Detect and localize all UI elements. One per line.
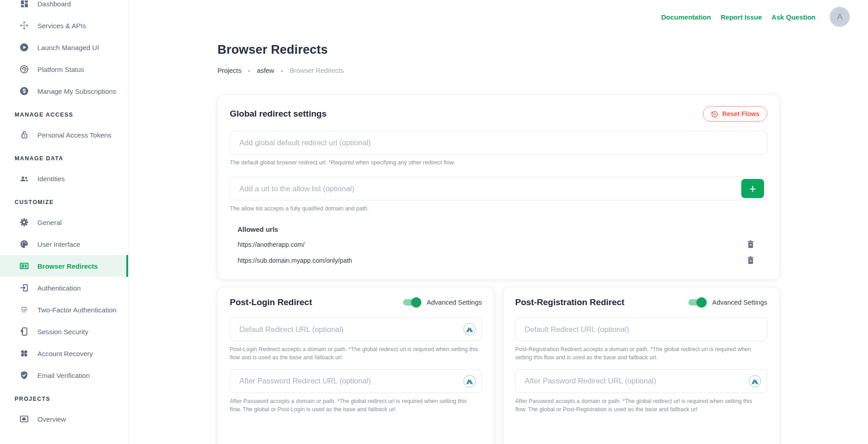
post-login-header: Post-Login Redirect Advanced Settings (230, 297, 482, 307)
allowed-url-row: https://anotherapp.com/ (238, 240, 767, 249)
advanced-settings-toggle[interactable] (402, 297, 421, 307)
sidebar-item-identities[interactable]: Identities (0, 168, 128, 189)
sidebar-item-overview[interactable]: Overview (0, 408, 128, 430)
delete-url-button[interactable] (746, 256, 754, 265)
advanced-settings-toggle[interactable] (687, 297, 707, 307)
sidebar-item-services-apis[interactable]: Services & APIs (0, 15, 128, 36)
toggle-knob (411, 297, 421, 307)
global-default-url-field (230, 131, 767, 154)
sidebar-item-label: Dashboard (37, 0, 71, 8)
reset-flows-button[interactable]: Reset Flows (703, 106, 767, 122)
sidebar-item-label: Identities (37, 175, 65, 183)
reset-flows-label: Reset Flows (722, 110, 760, 117)
play-circle-icon (20, 43, 29, 52)
post-login-after-password-field (230, 369, 482, 393)
post-login-after-password-input[interactable] (230, 369, 482, 393)
palette-icon (20, 240, 29, 249)
allowed-url-text: https://sub.domain.myapp.com/only/path (238, 257, 352, 264)
post-registration-header: Post-Registration Redirect Advanced Sett… (515, 297, 767, 307)
sidebar-item-label: Authentication (37, 284, 81, 292)
sidebar-item-label: Manage My Subscriptions (37, 87, 116, 95)
sidebar-section-projects: PROJECTS (0, 386, 128, 408)
sidebar-item-personal-access-tokens[interactable]: Personal Access Tokens (0, 124, 128, 146)
sidebar-item-browser-redirects[interactable]: Browser Redirects (0, 255, 128, 277)
post-registration-default-field (515, 317, 767, 341)
breadcrumb-projects[interactable]: Projects (217, 67, 241, 74)
phone-lock-icon (20, 327, 29, 336)
sidebar-item-label: Account Recovery (37, 350, 93, 357)
dashboard-icon (20, 0, 29, 8)
post-login-default-field (230, 317, 482, 341)
sidebar-item-label: Email Verification (37, 372, 90, 379)
allow-list-help: The allow list accepts a fully qualified… (230, 204, 767, 213)
advanced-settings-label: Advanced Settings (427, 299, 482, 306)
allow-list-field: + (230, 177, 767, 200)
history-icon (711, 110, 718, 118)
post-registration-default-help: Post-Registration Redirect accepts a dom… (515, 345, 764, 362)
sidebar-item-launch-managed-ui[interactable]: Launch Managed UI (0, 36, 128, 58)
breadcrumb-separator: ● (248, 68, 250, 73)
shield-check-icon (20, 371, 29, 380)
sidebar-item-label: Overview (37, 415, 66, 423)
main-content: Browser Redirects Projects ● asfew ● Bro… (217, 0, 780, 444)
exit-to-app-icon (20, 283, 29, 292)
dynamic-value-mountain-icon[interactable] (463, 323, 476, 336)
post-registration-default-url-input[interactable] (515, 317, 767, 341)
dynamic-value-mountain-icon[interactable] (749, 375, 761, 388)
breadcrumb-project-name[interactable]: asfew (257, 67, 274, 74)
post-login-default-url-input[interactable] (230, 317, 482, 341)
fingerprint-icon (20, 305, 29, 314)
allow-list-url-input[interactable] (230, 177, 767, 200)
dynamic-value-mountain-icon[interactable] (463, 375, 476, 388)
sidebar-item-label: Session Security (37, 328, 88, 336)
avatar[interactable]: A (830, 7, 850, 27)
status-radar-icon (20, 65, 29, 74)
sidebar-item-label: Personal Access Tokens (37, 131, 111, 139)
advanced-settings-label: Advanced Settings (712, 299, 767, 306)
sidebar-item-label: Launch Managed UI (37, 44, 99, 51)
svg-text:$: $ (23, 88, 26, 94)
sidebar-item-two-factor[interactable]: Two-Factor Authentication (0, 299, 128, 321)
sidebar: Dashboard Services & APIs Launch Managed… (0, 0, 129, 444)
sidebar-item-label: General (37, 219, 62, 226)
delete-url-button[interactable] (746, 240, 754, 249)
post-registration-after-password-field (515, 369, 767, 393)
sidebar-item-account-recovery[interactable]: Account Recovery (0, 342, 128, 364)
sidebar-item-user-interface[interactable]: User Interface (0, 233, 128, 255)
add-allow-url-button[interactable]: + (741, 179, 764, 198)
sidebar-item-label: Platform Status (37, 66, 84, 73)
sidebar-item-session-security[interactable]: Session Security (0, 321, 128, 342)
post-registration-after-password-input[interactable] (515, 369, 767, 393)
sidebar-item-general[interactable]: General (0, 211, 128, 233)
post-registration-after-password-help: After Password accepts a domain or path.… (515, 397, 764, 413)
sidebar-item-label: User Interface (37, 240, 80, 248)
redirect-cards-row: Post-Login Redirect Advanced Settings (217, 287, 780, 444)
global-card-title: Global redirect settings (230, 109, 326, 119)
sidebar-item-manage-subscriptions[interactable]: $ Manage My Subscriptions (0, 80, 128, 102)
sidebar-item-label: Two-Factor Authentication (37, 306, 116, 314)
allowed-urls-section: Allowed urls https://anotherapp.com/ htt… (230, 225, 767, 265)
sidebar-item-authentication[interactable]: Authentication (0, 277, 128, 299)
post-login-advanced-group: Advanced Settings (402, 297, 482, 307)
sidebar-item-email-verification[interactable]: Email Verification (0, 364, 128, 386)
post-registration-redirect-card: Post-Registration Redirect Advanced Sett… (503, 287, 780, 444)
global-default-url-input[interactable] (230, 131, 767, 154)
sidebar-section-customize: CUSTOMIZE (0, 189, 128, 211)
post-login-default-help: Post-Login Redirect accepts a domain or … (230, 345, 478, 362)
page-title: Browser Redirects (217, 43, 780, 57)
post-registration-advanced-group: Advanced Settings (687, 297, 767, 307)
gear-icon (20, 218, 29, 227)
global-default-url-help: The default global browser redirect url.… (230, 158, 767, 167)
sidebar-item-dashboard[interactable]: Dashboard (0, 0, 128, 15)
post-login-title: Post-Login Redirect (230, 297, 312, 307)
breadcrumb-current: Browser Redirects (289, 67, 343, 74)
people-icon (20, 174, 29, 183)
sidebar-item-label: Services & APIs (37, 22, 86, 30)
global-redirect-settings-card: Global redirect settings Reset Flows The… (217, 95, 780, 279)
allowed-url-text: https://anotherapp.com/ (238, 241, 305, 248)
cloud-box-icon (20, 414, 29, 424)
sidebar-item-platform-status[interactable]: Platform Status (0, 58, 128, 80)
sidebar-nav: Dashboard Services & APIs Launch Managed… (0, 0, 128, 430)
breadcrumb-separator: ● (280, 68, 283, 73)
lock-icon (20, 130, 29, 139)
